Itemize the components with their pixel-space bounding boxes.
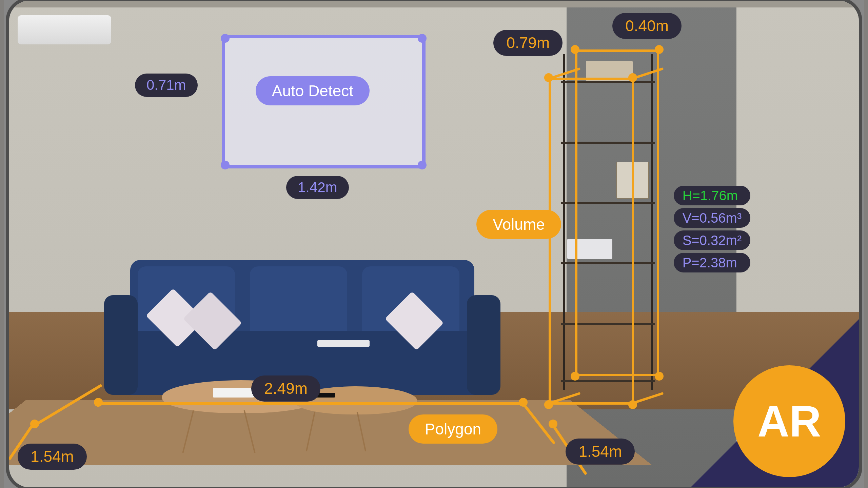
volume-depth-label: 0.40m xyxy=(612,13,682,39)
volume-node[interactable] xyxy=(628,73,637,82)
volume-readout-surface: S=0.32m² xyxy=(674,230,751,250)
frame-blur-left xyxy=(0,0,4,488)
volume-width-label: 0.79m xyxy=(493,30,563,56)
volume-readout-perimeter: P=2.38m xyxy=(674,253,751,272)
polygon-top-edge-label: 2.49m xyxy=(251,375,320,402)
autodetect-handle-tl[interactable] xyxy=(221,34,230,43)
polygon-edge[interactable] xyxy=(98,402,523,405)
volume-node[interactable] xyxy=(655,372,664,381)
autodetect-button[interactable]: Auto Detect xyxy=(256,76,370,105)
ar-mode-badge[interactable]: AR xyxy=(733,365,845,477)
polygon-button[interactable]: Polygon xyxy=(409,414,497,444)
volume-node[interactable] xyxy=(571,45,579,54)
ar-overlay: Auto Detect 0.71m 1.42m 2.49m 1.54m 1.54… xyxy=(9,1,859,487)
volume-node[interactable] xyxy=(628,400,637,409)
polygon-edge[interactable] xyxy=(34,384,102,427)
volume-readout-height: H=1.76m xyxy=(674,186,751,205)
frame-blur-right xyxy=(864,0,868,488)
autodetect-width-label: 1.42m xyxy=(286,176,349,199)
volume-node[interactable] xyxy=(544,400,553,409)
autodetect-height-label: 0.71m xyxy=(135,74,198,97)
volume-node[interactable] xyxy=(571,372,579,381)
polygon-right-edge-label: 1.54m xyxy=(566,439,635,465)
device-frame: Auto Detect 0.71m 1.42m 2.49m 1.54m 1.54… xyxy=(6,0,862,488)
volume-readout-volume: V=0.56m³ xyxy=(674,208,751,228)
polygon-left-edge-label: 1.54m xyxy=(18,444,87,470)
autodetect-handle-tr[interactable] xyxy=(418,34,427,43)
volume-node[interactable] xyxy=(655,45,664,54)
volume-button[interactable]: Volume xyxy=(476,210,561,239)
autodetect-handle-bl[interactable] xyxy=(221,161,230,169)
volume-readout-panel: H=1.76m V=0.56m³ S=0.32m² P=2.38m xyxy=(674,186,751,272)
volume-bounding-box[interactable] xyxy=(549,49,659,405)
autodetect-handle-br[interactable] xyxy=(418,161,427,169)
volume-node[interactable] xyxy=(544,73,553,82)
